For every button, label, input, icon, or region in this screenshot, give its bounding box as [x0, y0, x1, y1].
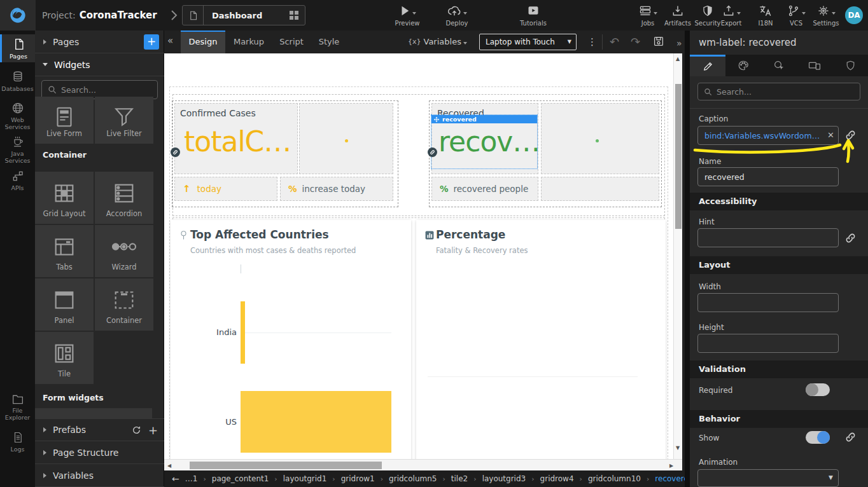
breadcrumb-item[interactable]: gridrow4: [540, 474, 574, 483]
recovered-empty-cell[interactable]: [541, 177, 659, 201]
rail-item-apis[interactable]: APIs: [0, 167, 35, 194]
horizontal-scroll-thumb[interactable]: [190, 462, 382, 469]
bar-us[interactable]: [241, 391, 391, 453]
tab-style[interactable]: Style: [312, 31, 346, 53]
collapse-panel-button[interactable]: «: [167, 35, 173, 46]
properties-search[interactable]: Search...: [697, 83, 860, 100]
undo-button[interactable]: ↶: [610, 34, 619, 50]
pages-section-header[interactable]: Pages +: [35, 31, 164, 53]
animation-select[interactable]: ▼: [697, 469, 839, 487]
device-select[interactable]: Laptop with Touch▼: [479, 34, 577, 50]
widgets-section-header[interactable]: Widgets: [35, 53, 164, 76]
width-input[interactable]: [697, 293, 839, 312]
show-toggle[interactable]: [806, 431, 830, 444]
vcs-button[interactable]: VCS: [781, 4, 811, 27]
accessibility-section-header[interactable]: Accessibility: [690, 193, 868, 210]
chart-percentage[interactable]: Percentage Fatality & Recovery rates: [416, 220, 666, 459]
rail-item-file-explorer[interactable]: File Explorer: [0, 390, 35, 423]
page-structure-section-header[interactable]: Page Structure: [35, 441, 164, 464]
export-button[interactable]: Export: [715, 4, 747, 27]
behavior-section-header[interactable]: Behavior: [690, 410, 868, 428]
breadcrumb-item[interactable]: tile2: [451, 474, 468, 483]
confirmed-increase-cell[interactable]: % increase today: [280, 177, 393, 201]
bar-india[interactable]: [241, 301, 245, 364]
bind-property-icon[interactable]: [844, 129, 857, 141]
tutorials-button[interactable]: Tutorials: [513, 4, 554, 27]
wavemaker-logo[interactable]: [0, 0, 36, 31]
prefabs-section-header[interactable]: Prefabs +: [35, 418, 164, 441]
widget-live-filter[interactable]: Live Filter: [95, 97, 153, 144]
design-canvas[interactable]: Confirmed Cases totalC… ↑ today % increa…: [164, 53, 673, 459]
confirmed-today-cell[interactable]: ↑ today: [174, 177, 277, 201]
variables-button[interactable]: {x} Variables: [408, 31, 467, 53]
rail-item-java-services[interactable]: Java Services: [0, 132, 35, 167]
widget-tile[interactable]: Tile: [35, 332, 94, 384]
recovered-people-label[interactable]: recovered people: [454, 184, 529, 194]
breadcrumb-item[interactable]: page_content1: [212, 474, 269, 483]
rail-item-databases[interactable]: Databases: [0, 67, 35, 95]
preview-button[interactable]: Preview: [387, 4, 428, 27]
breadcrumb-back-arrow[interactable]: ←: [172, 474, 179, 484]
clear-binding-icon[interactable]: ✕: [827, 130, 834, 140]
name-input[interactable]: [697, 167, 839, 186]
bind-property-icon[interactable]: [844, 232, 857, 244]
breadcrumb-item[interactable]: gridcolumn5: [389, 474, 437, 483]
breadcrumb-item[interactable]: gridrow1: [341, 474, 375, 483]
deploy-button[interactable]: Deploy: [437, 4, 477, 27]
scroll-right-arrow[interactable]: ▶: [669, 463, 673, 469]
vertical-scrollbar[interactable]: ▲ ▼: [673, 53, 682, 459]
tab-styles[interactable]: [725, 55, 761, 76]
required-toggle[interactable]: [806, 383, 830, 396]
widget-live-form[interactable]: Live Form: [35, 97, 94, 144]
layout-section-header[interactable]: Layout: [690, 256, 868, 274]
page-tab-dashboard[interactable]: Dashboard: [182, 5, 305, 25]
breadcrumb-item[interactable]: layoutgrid3: [482, 474, 526, 483]
breadcrumb-item[interactable]: …1: [185, 474, 198, 483]
rail-item-web-services[interactable]: Web Services: [0, 99, 35, 133]
rail-item-pages[interactable]: Pages: [0, 34, 35, 62]
settings-button[interactable]: Settings: [809, 4, 843, 27]
rail-item-logs[interactable]: Logs: [0, 428, 35, 455]
recovered-mini-chart-cell[interactable]: [541, 103, 659, 174]
scroll-up-arrow[interactable]: ▲: [676, 56, 680, 62]
artifacts-button[interactable]: Artifacts: [661, 4, 694, 27]
breadcrumb-item[interactable]: layoutgrid1: [283, 474, 327, 483]
caption-input[interactable]: [697, 126, 839, 145]
expand-panel-button[interactable]: »: [676, 36, 682, 51]
add-page-button[interactable]: +: [144, 34, 159, 50]
horizontal-scrollbar[interactable]: ◀ ▶: [164, 459, 682, 470]
tab-events[interactable]: [761, 55, 797, 76]
increase-today-label[interactable]: increase today: [302, 184, 366, 194]
add-prefab-button[interactable]: +: [148, 423, 158, 437]
widget-panel[interactable]: Panel: [35, 278, 94, 331]
refresh-icon[interactable]: [132, 425, 141, 435]
widget-accordion[interactable]: Accordion: [95, 172, 153, 224]
chart-top-affected-countries[interactable]: Top Affected Countries Countries with mo…: [171, 220, 411, 459]
scroll-left-arrow[interactable]: ◀: [167, 463, 171, 469]
confirmed-cases-title[interactable]: Confirmed Cases: [180, 108, 256, 118]
tab-script[interactable]: Script: [272, 31, 311, 53]
hint-input[interactable]: [697, 228, 839, 247]
tab-design[interactable]: Design: [181, 31, 225, 53]
tab-properties[interactable]: [690, 55, 725, 76]
validation-section-header[interactable]: Validation: [690, 360, 868, 378]
jobs-button[interactable]: Jobs: [631, 4, 664, 27]
breadcrumb-item-selected[interactable]: recovered: [655, 474, 685, 483]
vertical-scroll-thumb[interactable]: [675, 84, 682, 229]
selection-header[interactable]: recovered: [431, 115, 537, 123]
user-avatar[interactable]: DA: [845, 6, 863, 24]
save-button[interactable]: [653, 36, 664, 47]
height-input[interactable]: [697, 334, 839, 353]
widget-grid-layout[interactable]: Grid Layout: [35, 172, 94, 224]
tab-devices[interactable]: [797, 55, 832, 76]
i18n-button[interactable]: I18N: [751, 4, 780, 27]
grid-icon[interactable]: [290, 11, 298, 20]
widget-container[interactable]: Container: [95, 278, 153, 331]
bind-property-icon[interactable]: [844, 431, 857, 443]
variables-section-header[interactable]: Variables: [35, 464, 164, 487]
more-options-button[interactable]: ⋮: [587, 34, 598, 50]
scroll-down-arrow[interactable]: ▼: [676, 445, 680, 451]
breadcrumb-item[interactable]: gridcolumn10: [588, 474, 641, 483]
tab-markup[interactable]: Markup: [228, 31, 270, 53]
confirmed-cases-label-cell[interactable]: Confirmed Cases totalC…: [174, 103, 298, 174]
